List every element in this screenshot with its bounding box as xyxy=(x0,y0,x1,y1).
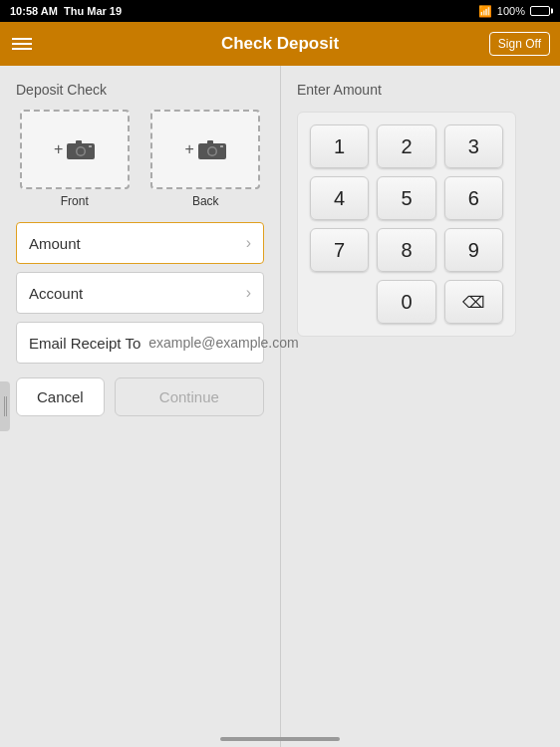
account-label: Account xyxy=(29,285,83,302)
right-panel: Enter Amount 1234567890⌫ xyxy=(281,66,560,747)
continue-button[interactable]: Continue xyxy=(115,377,264,416)
left-panel: Deposit Check + Front + xyxy=(0,66,281,747)
email-receipt-field: Email Receipt To xyxy=(16,322,264,364)
action-button-row: Cancel Continue xyxy=(16,377,264,416)
amount-label: Amount xyxy=(29,235,81,252)
status-bar: 10:58 AM Thu Mar 19 📶 100% xyxy=(0,0,560,22)
backspace-icon: ⌫ xyxy=(462,293,485,312)
numpad-key-5[interactable]: 5 xyxy=(377,176,435,220)
front-photo-upload[interactable]: + xyxy=(20,110,130,189)
numpad-key-7[interactable]: 7 xyxy=(310,228,369,272)
svg-rect-6 xyxy=(89,145,92,147)
amount-chevron-icon: › xyxy=(246,234,251,252)
status-indicators: 📶 100% xyxy=(478,5,550,18)
svg-point-4 xyxy=(78,148,85,155)
numpad: 1234567890⌫ xyxy=(297,112,516,337)
deposit-check-title: Deposit Check xyxy=(16,82,264,98)
numpad-key-3[interactable]: 3 xyxy=(444,124,503,168)
photo-upload-row: + Front + xyxy=(16,110,264,208)
plus-icon-back: + xyxy=(185,140,194,158)
battery-icon xyxy=(530,6,550,16)
svg-point-9 xyxy=(208,148,215,155)
nav-bar: Check Deposit Sign Off xyxy=(0,22,560,66)
svg-rect-0 xyxy=(4,396,5,416)
svg-rect-5 xyxy=(76,140,82,144)
account-field[interactable]: Account › xyxy=(16,272,264,314)
camera-icon-front xyxy=(67,138,95,160)
hamburger-icon xyxy=(12,43,32,45)
cancel-button[interactable]: Cancel xyxy=(16,377,105,416)
menu-button[interactable] xyxy=(12,38,32,50)
enter-amount-title: Enter Amount xyxy=(297,82,544,98)
back-photo-upload[interactable]: + xyxy=(150,110,260,189)
plus-icon-front: + xyxy=(54,140,63,158)
email-receipt-label: Email Receipt To xyxy=(29,335,140,352)
numpad-key-1[interactable]: 1 xyxy=(310,124,369,168)
sign-off-button[interactable]: Sign Off xyxy=(489,32,550,56)
battery-percentage: 100% xyxy=(497,5,525,17)
svg-rect-1 xyxy=(6,396,7,416)
amount-field[interactable]: Amount › xyxy=(16,222,264,264)
email-input[interactable] xyxy=(148,335,323,351)
front-label: Front xyxy=(61,194,89,208)
back-label: Back xyxy=(192,194,219,208)
svg-rect-11 xyxy=(220,145,223,147)
hamburger-icon xyxy=(12,48,32,50)
page-title: Check Deposit xyxy=(221,34,339,54)
numpad-key-8[interactable]: 8 xyxy=(377,228,435,272)
main-content: Deposit Check + Front + xyxy=(0,66,560,747)
numpad-key-2[interactable]: 2 xyxy=(377,124,435,168)
numpad-key-4[interactable]: 4 xyxy=(310,176,369,220)
svg-rect-10 xyxy=(207,140,213,144)
empty-key xyxy=(310,280,369,324)
collapse-handle[interactable] xyxy=(0,381,10,431)
backspace-button[interactable]: ⌫ xyxy=(444,280,503,324)
numpad-key-0[interactable]: 0 xyxy=(377,280,435,324)
numpad-key-9[interactable]: 9 xyxy=(444,228,503,272)
numpad-key-6[interactable]: 6 xyxy=(444,176,503,220)
front-photo-box: + Front xyxy=(16,110,134,208)
camera-icon-back xyxy=(198,138,226,160)
wifi-icon: 📶 xyxy=(478,5,492,18)
hamburger-icon xyxy=(12,38,32,40)
back-photo-box: + Back xyxy=(147,110,265,208)
account-chevron-icon: › xyxy=(246,284,251,302)
status-time-date: 10:58 AM Thu Mar 19 xyxy=(10,5,122,17)
home-indicator xyxy=(220,737,340,741)
